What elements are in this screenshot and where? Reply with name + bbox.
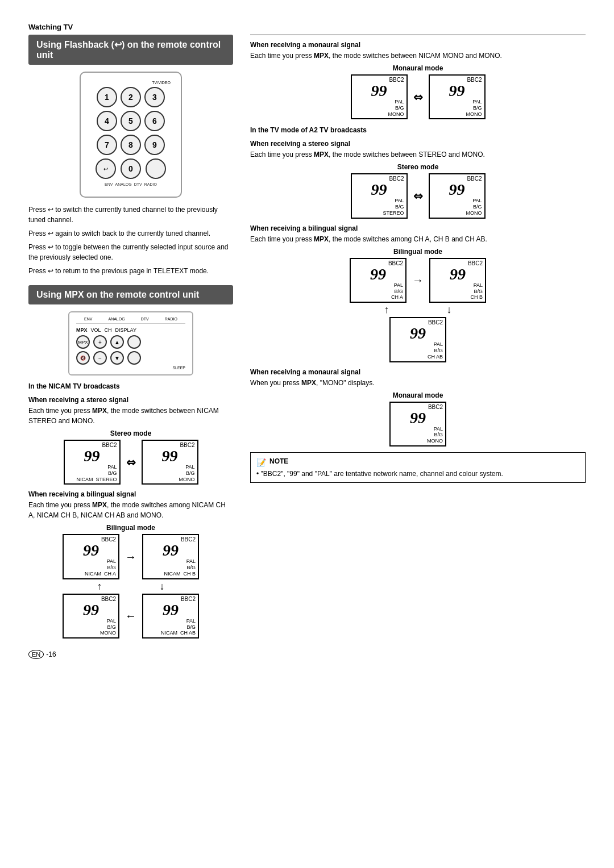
a2-monaural-box: BBC2 99 PALB/GMONO (389, 402, 446, 446)
btn-vol-down[interactable]: − (93, 351, 107, 365)
flashback-para-3: Press ↩ to toggle between the currently … (28, 242, 233, 262)
monaural-mode-label: Monaural mode (250, 64, 586, 72)
btn-6[interactable]: 6 (144, 111, 165, 131)
btn-5[interactable]: 5 (121, 111, 141, 131)
a2-monaural-heading: When receiving a monaural signal (250, 368, 586, 376)
a2-bilingual-row2: BBC2 99 PALB/GCH AB (389, 317, 446, 362)
a2-bilingual-arrow-down-icon: ↓ (447, 304, 452, 316)
right-column: When receiving a monaural signal Each ti… (250, 35, 586, 639)
remote-numpad: 1 2 3 4 5 6 7 8 9 (91, 87, 171, 155)
a2-bilingual-arrow-up-icon: ↑ (384, 304, 389, 316)
mpx-remote-top-labels: ENV ANALOG DTV RADIO (76, 317, 185, 324)
sleep-label: SLEEP (76, 366, 185, 370)
a2-monaural-text: When you press MPX, "MONO" displays. (250, 378, 586, 388)
btn-vol-up[interactable]: + (93, 335, 107, 349)
btn-8[interactable]: 8 (121, 135, 141, 155)
a2-stereo-signal-heading: When receiving a stereo signal (250, 140, 586, 148)
btn-9[interactable]: 9 (144, 135, 165, 155)
nicam-bilingual-heading: When receiving a bilingual signal (28, 490, 233, 498)
a2-monaural-mode-label: Monaural mode (250, 391, 586, 399)
nicam-bilingual-box-chab: BBC2 99 PALB/GNICAM CH AB (142, 594, 199, 639)
mpx-section-header: Using MPX on the remote control unit (28, 285, 233, 304)
remote-special-row: ↩ 0 (91, 158, 171, 179)
footer-page: -16 (46, 650, 56, 658)
a2-bilingual-box-chab: BBC2 99 PALB/GCH AB (389, 317, 446, 362)
mpx-remote-box: ENV ANALOG DTV RADIO MPX VOL CH DISPLAY … (68, 311, 193, 375)
monaural-signal-text: Each time you press MPX, the mode switch… (250, 51, 586, 61)
nicam-stereo-mode-label: Stereo mode (28, 429, 233, 437)
a2-stereo-box-left: BBC2 99 PALB/GSTEREO (351, 173, 408, 218)
nicam-bilingual-row1: BBC2 99 PALB/GNICAM CH A → BBC2 99 PALB/… (63, 534, 199, 579)
monaural-box-left: BBC2 99 PALB/GMONO (351, 74, 408, 119)
btn-mute[interactable]: 🔇 (76, 351, 90, 365)
mpx-remote-illustration: ENV ANALOG DTV RADIO MPX VOL CH DISPLAY … (28, 311, 233, 375)
nicam-bilingual-text: Each time you press MPX, the mode switch… (28, 500, 233, 520)
tv-video-label: TV/VIDEO (91, 81, 171, 85)
page-footer: EN -16 (28, 650, 586, 659)
btn-display[interactable] (127, 335, 141, 349)
monaural-box-right: BBC2 99 PALB/GMONO (429, 74, 486, 119)
flashback-section-header: Using Flashback (↩) on the remote contro… (28, 35, 233, 65)
stereo-arrow-icon: ⇔ (126, 456, 136, 469)
flashback-para-2: Press ↩ again to switch back to the curr… (28, 228, 233, 239)
btn-mpx[interactable]: MPX (76, 335, 90, 349)
btn-round[interactable] (146, 158, 166, 179)
btn-3[interactable]: 3 (144, 87, 165, 107)
a2-bilingual-arrow-right-icon: → (412, 274, 424, 287)
top-divider (250, 35, 586, 35)
btn-4[interactable]: 4 (97, 111, 117, 131)
bilingual-vert-arrows: ↑ ↓ (68, 581, 193, 592)
nicam-stereo-display-row: BBC2 99 PALB/GNICAM STEREO ⇔ BBC2 99 PAL… (28, 440, 233, 485)
mpx-remote-row3: 🔇 − ▼ (76, 351, 185, 365)
a2-stereo-display-row: BBC2 99 PALB/GSTEREO ⇔ BBC2 99 PALB/GMON… (250, 173, 586, 218)
bilingual-arrow-left-icon: ← (125, 610, 136, 623)
a2-bilingual-row1: BBC2 99 PALB/GCH A → BBC2 99 PALB/GCH B (350, 258, 486, 303)
remote-label-row: ENV ANALOG DTV RADIO (91, 182, 171, 186)
note-icon: 📝 (256, 458, 266, 467)
a2-bilingual-mode-label: Bilingual mode (250, 248, 586, 256)
btn-ch-up[interactable]: ▲ (110, 335, 124, 349)
left-column: Using Flashback (↩) on the remote contro… (28, 35, 233, 639)
flashback-para-4: Press ↩ to return to the previous page i… (28, 266, 233, 276)
a2-bilingual-box-cha: BBC2 99 PALB/GCH A (350, 258, 406, 303)
a2-monaural-display-row: BBC2 99 PALB/GMONO (250, 402, 586, 446)
a2-bilingual-grid: BBC2 99 PALB/GCH A → BBC2 99 PALB/GCH B … (250, 258, 586, 362)
note-text: • "BBC2", "99" and "PAL" are tentative n… (256, 470, 579, 478)
a2-stereo-arrow-icon: ⇔ (413, 189, 423, 203)
a2-stereo-mode-label: Stereo mode (250, 163, 586, 171)
btn-flashback[interactable]: ↩ (96, 158, 116, 179)
note-title: NOTE (269, 457, 288, 465)
nicam-bilingual-box-mono: BBC2 99 PALB/GMONO (63, 594, 119, 639)
footer-badge: EN (28, 650, 44, 659)
nicam-stereo-signal-text: Each time you press MPX, the mode switch… (28, 406, 233, 426)
monaural-signal-heading: When receiving a monaural signal (250, 41, 586, 49)
mpx-remote-row1: MPX VOL CH DISPLAY (76, 327, 185, 333)
watching-tv-label: Watching TV (28, 23, 586, 31)
monaural-arrow-icon: ⇔ (413, 90, 423, 104)
nicam-bilingual-grid: BBC2 99 PALB/GNICAM CH A → BBC2 99 PALB/… (28, 534, 233, 639)
nicam-stereo-box-left: BBC2 99 PALB/GNICAM STEREO (64, 440, 121, 485)
nicam-bilingual-box-cha: BBC2 99 PALB/GNICAM CH A (63, 534, 119, 579)
remote-box: TV/VIDEO 1 2 3 4 5 6 7 8 9 ↩ 0 (80, 72, 182, 198)
nicam-heading: In the NICAM TV broadcasts (28, 382, 233, 390)
nicam-bilingual-mode-label: Bilingual mode (28, 524, 233, 532)
a2-bilingual-heading: When receiving a bilingual signal (250, 224, 586, 232)
a2-stereo-box-right: BBC2 99 PALB/GMONO (429, 173, 486, 218)
btn-7[interactable]: 7 (97, 135, 117, 155)
bilingual-arrow-down-right-icon: ↓ (160, 581, 165, 592)
btn-zero[interactable]: 0 (121, 158, 141, 179)
btn-1[interactable]: 1 (97, 87, 117, 107)
note-box: 📝 NOTE • "BBC2", "99" and "PAL" are tent… (250, 452, 586, 483)
nicam-bilingual-row2: BBC2 99 PALB/GMONO ← BBC2 99 PALB/GNICAM… (63, 594, 199, 639)
nicam-stereo-signal-heading: When receiving a stereo signal (28, 396, 233, 404)
btn-ch-down[interactable]: ▼ (110, 351, 124, 365)
bilingual-arrow-right-icon: → (125, 550, 136, 564)
a2-bilingual-vert-arrows: ↑ ↓ (355, 304, 480, 316)
nicam-stereo-box-right: BBC2 99 PALB/GMONO (142, 440, 198, 485)
monaural-display-row: BBC2 99 PALB/GMONO ⇔ BBC2 99 PALB/GMONO (250, 74, 586, 119)
btn-2[interactable]: 2 (121, 87, 141, 107)
nicam-bilingual-box-chb: BBC2 99 PALB/GNICAM CH B (142, 534, 199, 579)
remote-control-illustration: TV/VIDEO 1 2 3 4 5 6 7 8 9 ↩ 0 (28, 72, 233, 198)
a2-bilingual-box-chb: BBC2 99 PALB/GCH B (429, 258, 486, 303)
btn-sleep[interactable] (127, 351, 141, 365)
